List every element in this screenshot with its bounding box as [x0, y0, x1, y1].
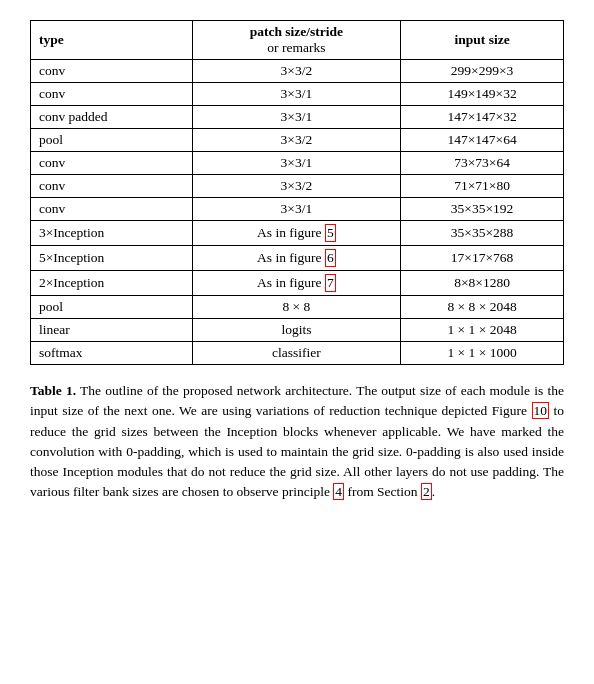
table-row: 2×InceptionAs in figure 78×8×1280: [31, 271, 564, 296]
caption-text1: The outline of the proposed network arch…: [30, 383, 564, 418]
cell-input: 35×35×192: [401, 198, 564, 221]
col-type-header: type: [31, 21, 193, 60]
caption-label: Table 1.: [30, 383, 76, 398]
table-row: conv3×3/2299×299×3: [31, 60, 564, 83]
table-row: conv padded3×3/1147×147×32: [31, 106, 564, 129]
caption-link1[interactable]: 10: [532, 402, 550, 419]
cell-input: 1 × 1 × 2048: [401, 319, 564, 342]
cell-type: linear: [31, 319, 193, 342]
cell-patch: 3×3/1: [192, 83, 400, 106]
cell-type: conv: [31, 198, 193, 221]
table-row: conv3×3/1149×149×32: [31, 83, 564, 106]
caption-link3[interactable]: 2: [421, 483, 432, 500]
cell-input: 299×299×3: [401, 60, 564, 83]
cell-type: 2×Inception: [31, 271, 193, 296]
table-row: conv3×3/271×71×80: [31, 175, 564, 198]
cell-type: 3×Inception: [31, 221, 193, 246]
table-row: 5×InceptionAs in figure 617×17×768: [31, 246, 564, 271]
cell-patch: 8 × 8: [192, 296, 400, 319]
cell-type: conv: [31, 152, 193, 175]
cell-patch: 3×3/2: [192, 129, 400, 152]
cell-input: 35×35×288: [401, 221, 564, 246]
col-input-header: input size: [401, 21, 564, 60]
cell-patch: 3×3/2: [192, 60, 400, 83]
col-patch-header: patch size/stride or remarks: [192, 21, 400, 60]
cell-patch: 3×3/1: [192, 152, 400, 175]
cell-type: conv: [31, 60, 193, 83]
cell-type: conv: [31, 83, 193, 106]
table-row: conv3×3/173×73×64: [31, 152, 564, 175]
cell-input: 71×71×80: [401, 175, 564, 198]
caption-text3: from Section: [344, 484, 421, 499]
cell-input: 147×147×64: [401, 129, 564, 152]
cell-patch: As in figure 7: [192, 271, 400, 296]
cell-patch: 3×3/2: [192, 175, 400, 198]
cell-patch: classifier: [192, 342, 400, 365]
table-row: pool8 × 88 × 8 × 2048: [31, 296, 564, 319]
cell-input: 147×147×32: [401, 106, 564, 129]
cell-patch: 3×3/1: [192, 106, 400, 129]
cell-input: 8 × 8 × 2048: [401, 296, 564, 319]
table-row: conv3×3/135×35×192: [31, 198, 564, 221]
cell-type: softmax: [31, 342, 193, 365]
cell-patch: As in figure 5: [192, 221, 400, 246]
cell-type: pool: [31, 296, 193, 319]
cell-patch: logits: [192, 319, 400, 342]
cell-patch: As in figure 6: [192, 246, 400, 271]
cell-type: pool: [31, 129, 193, 152]
cell-input: 1 × 1 × 1000: [401, 342, 564, 365]
cell-patch: 3×3/1: [192, 198, 400, 221]
cell-input: 149×149×32: [401, 83, 564, 106]
table-row: softmaxclassifier1 × 1 × 1000: [31, 342, 564, 365]
caption-text4: .: [432, 484, 435, 499]
table-row: pool3×3/2147×147×64: [31, 129, 564, 152]
table-row: 3×InceptionAs in figure 535×35×288: [31, 221, 564, 246]
table-caption: Table 1. The outline of the proposed net…: [30, 381, 564, 503]
figure-link[interactable]: 6: [325, 249, 336, 267]
cell-type: conv: [31, 175, 193, 198]
table-row: linearlogits1 × 1 × 2048: [31, 319, 564, 342]
caption-link2[interactable]: 4: [333, 483, 344, 500]
cell-input: 73×73×64: [401, 152, 564, 175]
cell-input: 8×8×1280: [401, 271, 564, 296]
cell-type: 5×Inception: [31, 246, 193, 271]
figure-link[interactable]: 5: [325, 224, 336, 242]
architecture-table: type patch size/stride or remarks input …: [30, 20, 564, 365]
cell-input: 17×17×768: [401, 246, 564, 271]
figure-link[interactable]: 7: [325, 274, 336, 292]
cell-type: conv padded: [31, 106, 193, 129]
